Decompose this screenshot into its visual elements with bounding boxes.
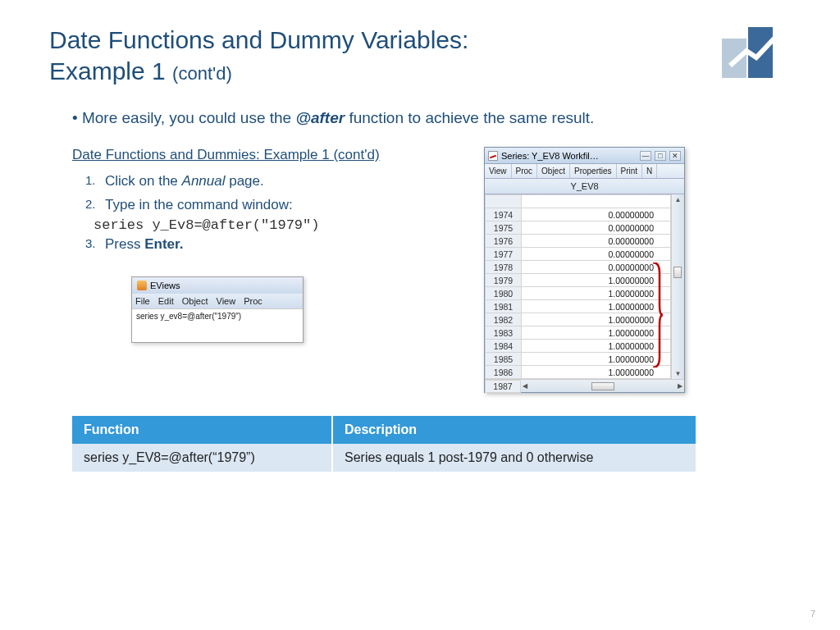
year-cell [486, 195, 522, 208]
last-year-cell: 1987 [485, 380, 521, 393]
series-window: Series: Y_EV8 Workfil… — □ ✕ View Proc O… [484, 147, 685, 393]
eviews-app-icon [137, 281, 147, 290]
menu-file[interactable]: File [135, 296, 150, 306]
year-cell: 1979 [486, 274, 522, 287]
code-line: series y_Ev8=@after("1979") [94, 217, 459, 233]
eviews-main-window: EViews File Edit Object View Proc series… [131, 276, 304, 343]
year-cell: 1986 [486, 366, 522, 379]
hscroll-thumb[interactable] [591, 382, 614, 390]
tb-n[interactable]: N [642, 164, 657, 178]
value-cell: 1.00000000 [522, 353, 671, 366]
value-cell: 1.00000000 [522, 287, 671, 300]
tb-properties[interactable]: Properties [570, 164, 617, 178]
tb-view[interactable]: View [485, 164, 512, 178]
value-cell: 1.00000000 [522, 366, 671, 379]
steps-list-2: 3. Press Enter. [85, 233, 459, 257]
bullet-point: More easily, you could use the @after fu… [72, 109, 791, 127]
function-table: Function Description series y_EV8=@after… [72, 416, 696, 472]
brand-logo [722, 21, 791, 78]
value-cell: 1.00000000 [522, 300, 671, 313]
year-cell: 1978 [486, 261, 522, 274]
menu-edit[interactable]: Edit [158, 296, 174, 306]
series-window-title: Series: Y_EV8 Workfil… [501, 151, 599, 161]
command-window[interactable]: series y_ev8=@after("1979") [132, 308, 303, 342]
value-cell [522, 195, 671, 208]
slide-title: Date Functions and Dummy Variables: Exam… [49, 25, 468, 86]
tb-proc[interactable]: Proc [512, 164, 538, 178]
year-cell: 1984 [486, 340, 522, 353]
step-1: 1.Click on the Annual page. [85, 170, 459, 194]
year-cell: 1977 [486, 248, 522, 261]
scroll-down-icon[interactable]: ▼ [675, 370, 682, 377]
series-data-grid: 19740.0000000019750.0000000019760.000000… [485, 194, 671, 379]
value-cell: 1.00000000 [522, 340, 671, 353]
year-cell: 1985 [486, 353, 522, 366]
eviews-menubar: File Edit Object View Proc [132, 294, 303, 308]
step-3: 3. Press Enter. [85, 233, 459, 257]
scroll-left-icon[interactable]: ◀ [523, 382, 527, 390]
col-description: Description [332, 416, 696, 444]
tb-object[interactable]: Object [537, 164, 570, 178]
series-name-header: Y_EV8 [485, 179, 684, 194]
year-cell: 1974 [486, 208, 522, 221]
menu-object[interactable]: Object [182, 296, 208, 306]
eviews-title: EViews [150, 281, 180, 290]
step-2: 2.Type in the command window: [85, 194, 459, 217]
close-button[interactable]: ✕ [669, 151, 681, 161]
year-cell: 1980 [486, 287, 522, 300]
value-cell: 0.00000000 [522, 248, 671, 261]
value-cell: 0.00000000 [522, 261, 671, 274]
title-line2-main: Example 1 [49, 57, 172, 84]
title-line2-sub: (cont'd) [172, 63, 232, 84]
value-cell: 0.00000000 [522, 221, 671, 235]
series-icon [488, 151, 498, 161]
section-subtitle: Date Functions and Dummies: Example 1 (c… [72, 147, 459, 163]
value-cell: 1.00000000 [522, 274, 671, 287]
minimize-button[interactable]: — [640, 151, 651, 161]
title-line1: Date Functions and Dummy Variables: [49, 26, 468, 53]
year-cell: 1981 [486, 300, 522, 313]
maximize-button[interactable]: □ [655, 151, 666, 161]
value-cell: 1.00000000 [522, 313, 671, 326]
menu-view[interactable]: View [217, 296, 236, 306]
steps-list: 1.Click on the Annual page. 2.Type in th… [85, 170, 459, 217]
scroll-up-icon[interactable]: ▲ [675, 196, 682, 203]
scroll-right-icon[interactable]: ▶ [678, 382, 682, 390]
year-cell: 1983 [486, 326, 522, 340]
vertical-scrollbar[interactable]: ▲ ▼ [671, 194, 684, 379]
tb-print[interactable]: Print [617, 164, 643, 178]
year-cell: 1982 [486, 313, 522, 326]
series-toolbar: View Proc Object Properties Print N [485, 164, 684, 179]
value-cell: 0.00000000 [522, 235, 671, 248]
scroll-thumb[interactable] [673, 267, 682, 278]
year-cell: 1976 [486, 235, 522, 248]
col-function: Function [72, 416, 332, 444]
year-cell: 1975 [486, 221, 522, 235]
value-cell: 0.00000000 [522, 208, 671, 221]
horizontal-scrollbar[interactable]: 1987 ◀ ▶ [485, 379, 684, 392]
description-cell: Series equals 1 post-1979 and 0 otherwis… [332, 444, 696, 472]
brace-annotation [651, 262, 663, 368]
value-cell: 1.00000000 [522, 326, 671, 340]
menu-proc[interactable]: Proc [244, 296, 262, 306]
function-cell: series y_EV8=@after(“1979”) [72, 444, 332, 472]
page-number: 7 [810, 609, 815, 619]
